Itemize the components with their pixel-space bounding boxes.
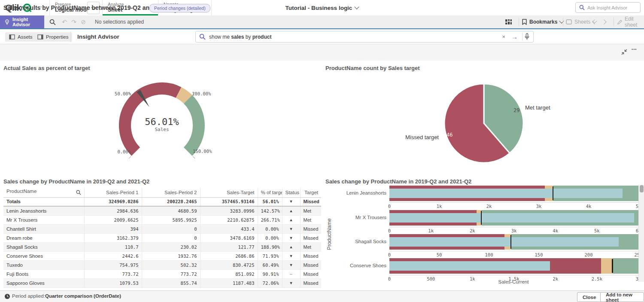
table-cell: 266.71%: [258, 215, 282, 224]
app-title-text: Tutorial - Business logic: [286, 5, 352, 11]
table-row[interactable]: Chantell Shirt3940433.40.00%▼Missed: [3, 224, 321, 233]
assets-button[interactable]: Assets: [5, 32, 36, 42]
bullet-axis-tick: 0: [388, 252, 391, 257]
pie-label-met: Met target: [525, 104, 550, 111]
period-changes-badge[interactable]: Period changes (detailed): [149, 4, 210, 12]
previous-sheet-button[interactable]: [593, 15, 596, 28]
clear-selections-icon[interactable]: ⊘: [79, 18, 88, 26]
bullet-bar[interactable]: [389, 186, 638, 201]
bullet-scrollbar-track[interactable]: [638, 185, 644, 282]
table-row[interactable]: Fuji Boots773.72773.72851.09290.91%--Mis…: [3, 269, 321, 278]
bookmark-icon: [522, 19, 527, 25]
sheets-label: Sheets: [574, 19, 590, 25]
insight-advisor-button[interactable]: Insight Advisor: [0, 15, 44, 28]
table-cell: 5895.9925: [142, 215, 200, 224]
column-header[interactable]: % of target: [258, 188, 282, 197]
selections-toolbar: Insight Advisor ↶ ↷ ⊘ No selections appl…: [0, 15, 644, 28]
pie-chart[interactable]: [440, 82, 530, 168]
app-navigation-icon[interactable]: [505, 15, 512, 28]
column-header[interactable]: Sales-Period 1: [84, 188, 142, 197]
column-header[interactable]: Target: [300, 188, 321, 197]
bullet-target-tick: [481, 211, 482, 225]
submit-query-icon[interactable]: →: [509, 33, 520, 40]
table-cell: Mr X Trousers: [3, 215, 84, 224]
gauge-measure-label: Sales: [130, 127, 194, 132]
results-header: [0, 44, 644, 61]
sheet-icon: [566, 19, 572, 24]
properties-label: Properties: [46, 34, 68, 40]
table-cell: 3162.379: [84, 233, 142, 242]
left-panel-icon: [9, 34, 15, 40]
table-row[interactable]: Conserve Shoes2442.61932.762686.8671.93%…: [3, 251, 321, 260]
no-selections-text: No selections applied: [95, 19, 144, 25]
table-cell: 56.01%: [258, 197, 282, 206]
app-title-menu[interactable]: Tutorial - Business logic: [258, 0, 386, 15]
table-cell: Totals: [3, 197, 84, 206]
table-cell: ▲: [282, 215, 300, 224]
undo-selection-icon[interactable]: ↶: [60, 18, 69, 26]
bullet-target-tick: [510, 235, 512, 249]
bullet-target-tick: [553, 186, 554, 200]
insight-search-input[interactable]: show me sales by product × →: [195, 31, 534, 43]
table-cell: 3478.6169: [200, 233, 258, 242]
bullet-axis-tick: 200: [585, 252, 593, 257]
column-search-icon[interactable]: [76, 190, 81, 196]
table-cell: 2686.86: [200, 251, 258, 260]
table-cell: ▼: [282, 260, 300, 269]
table-cell: 200228.2465: [142, 197, 200, 206]
table-row[interactable]: Totals324969.0286200228.2465357465.93146…: [3, 197, 321, 206]
table-row[interactable]: Mr X Trousers2009.66255895.99252210.6287…: [3, 215, 321, 224]
bullet-value-bar: [389, 189, 623, 198]
close-button[interactable]: Close: [577, 292, 601, 302]
table-row[interactable]: Tuxedo754.975502.32830.472560.49%▼Missed: [3, 260, 321, 269]
column-header[interactable]: Sales-Target: [200, 188, 258, 197]
table-row[interactable]: Dream robe3162.37903478.61690.00%▼Missed: [3, 233, 321, 242]
table-row[interactable]: Lenin Jeansshorts2984.6364680.593283.099…: [3, 206, 321, 215]
pencil-icon: [617, 19, 622, 25]
table-cell: Missed: [300, 251, 321, 260]
table-cell: Missed: [300, 233, 321, 242]
period-applied-label: Period applied:: [12, 293, 45, 299]
column-header[interactable]: Sales-Period 2: [142, 188, 200, 197]
bullet-bar[interactable]: [389, 210, 638, 226]
toolbar-divider: [519, 18, 519, 26]
column-header[interactable]: ProductName: [3, 188, 84, 197]
redo-selection-icon[interactable]: ↷: [70, 18, 78, 26]
search-selections-icon[interactable]: [48, 18, 57, 26]
bullet-axis-line: [389, 202, 638, 203]
clear-query-icon[interactable]: ×: [498, 34, 509, 40]
table-cell: 0.00%: [258, 233, 282, 242]
bullet-bar[interactable]: [389, 258, 638, 274]
table-cell: 0: [142, 233, 200, 242]
ask-placeholder: Ask Insight Advisor: [587, 5, 627, 10]
table-cell: Conserve Shoes: [3, 251, 84, 260]
gauge-tick-100: 100.00%: [192, 91, 211, 96]
bullet-axis-tick: 5k: [594, 228, 600, 233]
microphone-icon[interactable]: [524, 33, 530, 40]
column-header[interactable]: Status: [282, 188, 300, 197]
table-cell: Shagall Socks: [3, 242, 84, 251]
ask-insight-advisor-input[interactable]: Ask Insight Advisor: [575, 2, 641, 13]
properties-button[interactable]: Properties: [33, 32, 72, 42]
bookmarks-button[interactable]: Bookmarks: [522, 15, 563, 28]
search-icon: [579, 5, 585, 10]
pie-value-met: 29: [513, 107, 519, 113]
results-more-menu-icon[interactable]: •••: [632, 47, 637, 52]
bullet-axis-tick: 1k: [428, 228, 434, 233]
edit-sheet-button[interactable]: Edit sheet: [617, 15, 644, 28]
sales-table[interactable]: ProductNameSales-Period 1Sales-Period 2S…: [3, 188, 321, 290]
collapse-icon[interactable]: [621, 49, 628, 57]
table-cell: Met: [300, 206, 321, 215]
table-row[interactable]: Sapporoo Gloves1079.53855.741187.48372.0…: [3, 278, 321, 287]
table-cell: 324969.0286: [84, 197, 142, 206]
bullet-bar[interactable]: [389, 234, 638, 250]
assets-label: Assets: [18, 34, 33, 40]
search-icon: [199, 34, 206, 40]
table-cell: 1187.483: [200, 278, 258, 287]
pie-label-missed: Missed target: [396, 134, 439, 140]
bullet-scrollbar-thumb[interactable]: [640, 185, 644, 192]
add-to-new-sheet-button[interactable]: Add to new sheet: [600, 292, 644, 302]
table-row[interactable]: Shagall Socks110.7230.02121.77188.90%▲Me…: [3, 242, 321, 251]
next-sheet-button[interactable]: [602, 15, 606, 28]
bullet-axis-tick: 500: [427, 276, 435, 281]
